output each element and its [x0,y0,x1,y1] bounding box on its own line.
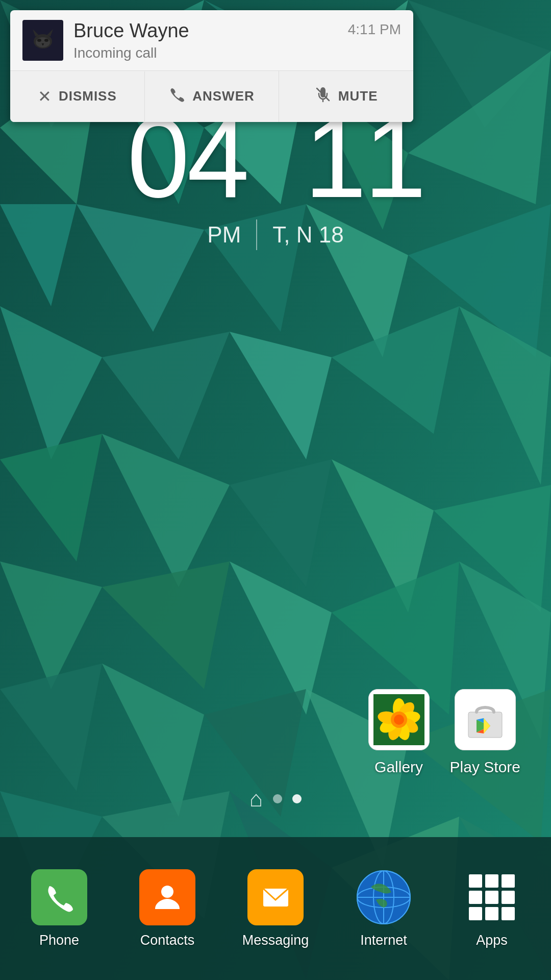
gallery-icon-item[interactable]: Gallery [368,689,430,776]
dismiss-icon: ✕ [38,87,52,106]
svg-rect-82 [485,891,498,904]
mute-icon [315,86,331,107]
gallery-label: Gallery [374,758,423,776]
notification-header: Bruce Wayne Incoming call 4:11 PM [10,10,413,71]
dismiss-button[interactable]: ✕ DISMISS [10,71,145,121]
svg-point-47 [44,39,48,42]
clock-period: PM [207,222,241,248]
answer-button[interactable]: ANSWER [145,71,280,122]
internet-dock-item[interactable]: Internet [330,869,438,948]
contacts-label: Contacts [140,933,195,948]
clock-divider [256,219,257,250]
bottom-dock: Phone Contacts Messaging [0,837,551,980]
phone-label: Phone [39,933,79,948]
mute-label: MUTE [338,88,378,104]
apps-label: Apps [476,933,508,948]
svg-rect-84 [469,907,482,920]
svg-rect-81 [469,891,482,904]
svg-rect-86 [502,907,515,920]
svg-point-69 [161,886,173,898]
page-dot-1 [273,794,282,803]
clock-area: 04 11 PM T, N 18 [0,102,551,250]
contacts-dock-item[interactable]: Contacts [113,869,221,948]
internet-label: Internet [360,933,407,948]
desktop-icons: Gallery Play Store [368,689,520,776]
notification-actions: ✕ DISMISS ANSWER MUTE [10,71,413,122]
clock-details: PM T, N 18 [0,219,551,250]
play-store-icon [455,689,516,750]
gallery-icon [368,689,430,750]
notification-info: Bruce Wayne Incoming call [73,19,348,61]
phone-dock-item[interactable]: Phone [5,869,113,948]
messaging-dock-item[interactable]: Messaging [221,869,330,948]
svg-rect-85 [485,907,498,920]
notification-time: 4:11 PM [348,19,401,38]
dismiss-label: DISMISS [59,88,117,104]
internet-icon [356,869,412,925]
notification-card: Bruce Wayne Incoming call 4:11 PM ✕ DISM… [10,10,413,122]
svg-rect-80 [502,874,515,888]
answer-label: ANSWER [192,88,255,104]
apps-dock-item[interactable]: Apps [438,869,546,948]
messaging-label: Messaging [242,933,309,948]
apps-icon [464,869,520,925]
page-dot-2 [292,794,302,803]
contacts-icon [139,869,195,925]
home-button-indicator[interactable]: ⌂ [249,786,263,812]
messaging-icon [247,869,304,925]
phone-icon [31,869,87,925]
svg-rect-83 [502,891,515,904]
svg-point-60 [394,715,404,725]
page-indicators: ⌂ [0,786,551,812]
call-status: Incoming call [73,45,348,61]
play-store-icon-item[interactable]: Play Store [450,689,520,776]
play-store-label: Play Store [450,758,520,776]
svg-point-46 [37,39,41,42]
caller-avatar [22,20,63,61]
phone-answer-icon [169,86,185,107]
mute-button[interactable]: MUTE [279,71,413,122]
svg-rect-79 [485,874,498,888]
svg-rect-78 [469,874,482,888]
caller-name: Bruce Wayne [73,19,348,43]
clock-date: T, N 18 [272,222,343,248]
